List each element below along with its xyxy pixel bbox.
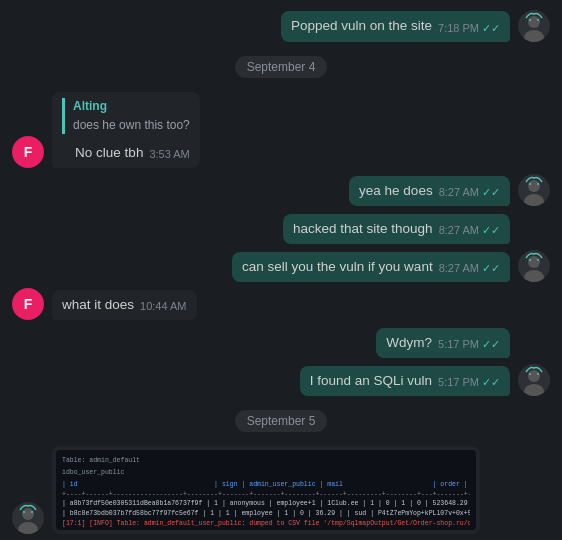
svg-point-8	[529, 183, 531, 185]
avatar	[518, 10, 550, 42]
message-bubble: Alting does he own this too? No clue tbh…	[52, 92, 200, 168]
message-bubble: Popped vuln on the site 7:18 PM ✓✓	[281, 11, 510, 42]
avatar: F	[12, 288, 44, 320]
message-group: hacked that site though 8:27 AM ✓✓	[283, 214, 510, 245]
avatar	[518, 364, 550, 396]
message-time: 8:27 AM	[439, 185, 479, 200]
date-separator: September 4	[0, 46, 562, 88]
message-group: what it does 10:44 AM	[52, 290, 197, 321]
message-text: yea he does	[359, 182, 433, 201]
message-text: hacked that site though	[293, 220, 433, 239]
message-meta: 7:18 PM ✓✓	[438, 21, 500, 36]
message-row: F what it does 10:44 AM	[0, 286, 562, 322]
message-row: Popped vuln on the site 7:18 PM ✓✓	[0, 8, 562, 44]
message-meta: 5:17 PM ✓✓	[438, 337, 500, 352]
message-bubble: what it does 10:44 AM	[52, 290, 197, 321]
message-group: Wdym? 5:17 PM ✓✓	[376, 328, 510, 359]
message-time: 8:27 AM	[439, 223, 479, 238]
message-row: can sell you the vuln if you want 8:27 A…	[0, 248, 562, 284]
message-group: yea he does 8:27 AM ✓✓	[349, 176, 510, 207]
chat-container: Popped vuln on the site 7:18 PM ✓✓ Septe…	[0, 0, 562, 540]
avatar	[518, 250, 550, 282]
svg-point-11	[528, 256, 540, 268]
message-time: 7:18 PM	[438, 21, 479, 36]
svg-point-21	[22, 508, 34, 520]
message-meta: 8:27 AM ✓✓	[439, 261, 500, 276]
svg-point-23	[23, 511, 25, 513]
double-check-icon: ✓✓	[482, 261, 500, 276]
message-text: No clue tbh	[75, 144, 143, 163]
avatar: F	[12, 136, 44, 168]
quote-author: Alting	[73, 98, 190, 115]
message-meta: 5:17 PM ✓✓	[438, 375, 500, 390]
svg-point-24	[31, 511, 33, 513]
message-meta: 10:44 AM	[140, 299, 186, 314]
terminal-image-bubble: Table: admin_default idbo_user_public | …	[52, 446, 480, 534]
terminal-line: [17:1] [INFO] Table: admin_default_user_…	[62, 519, 470, 529]
message-row: F Alting does he own this too? No clue t…	[0, 90, 562, 170]
message-bubble: I found an SQLi vuln 5:17 PM ✓✓	[300, 366, 510, 397]
svg-point-19	[537, 373, 539, 375]
svg-point-1	[528, 16, 540, 28]
svg-point-16	[528, 370, 540, 382]
terminal-line: | a8b73fdf50e0305311dBea8b1a76737f9f | 1…	[62, 499, 470, 509]
terminal-output: Table: admin_default idbo_user_public | …	[56, 450, 476, 530]
svg-point-4	[537, 19, 539, 21]
message-time: 10:44 AM	[140, 299, 186, 314]
quote-text: does he own this too?	[73, 117, 190, 134]
date-badge: September 5	[235, 410, 328, 432]
terminal-line: Table: admin_default	[62, 456, 470, 466]
double-check-icon: ✓✓	[482, 223, 500, 238]
message-meta: 8:27 AM ✓✓	[439, 223, 500, 238]
double-check-icon: ✓✓	[482, 185, 500, 200]
message-bubble: hacked that site though 8:27 AM ✓✓	[283, 214, 510, 245]
avatar-spacer	[518, 326, 550, 358]
message-row: Table: admin_default idbo_user_public | …	[0, 444, 562, 536]
message-time: 5:17 PM	[438, 375, 479, 390]
double-check-icon: ✓✓	[482, 375, 500, 390]
double-check-icon: ✓✓	[482, 337, 500, 352]
terminal-line: | b8c8e73bdb037b7fd58bc77f97fc5e67f | 1 …	[62, 509, 470, 519]
message-bubble: Wdym? 5:17 PM ✓✓	[376, 328, 510, 359]
message-time: 3:53 AM	[149, 147, 189, 162]
message-row: I found an SQLi vuln 5:17 PM ✓✓	[0, 362, 562, 398]
message-text: Popped vuln on the site	[291, 17, 432, 36]
avatar	[518, 174, 550, 206]
terminal-line: +----+------+------------------+--------…	[62, 490, 470, 500]
quote-block: Alting does he own this too?	[62, 98, 190, 134]
svg-point-13	[529, 259, 531, 261]
message-text: I found an SQLi vuln	[310, 372, 432, 391]
message-text: Wdym?	[386, 334, 432, 353]
message-text: what it does	[62, 296, 134, 315]
message-time: 5:17 PM	[438, 337, 479, 352]
message-group: I found an SQLi vuln 5:17 PM ✓✓	[300, 366, 510, 397]
svg-point-6	[528, 180, 540, 192]
message-text: can sell you the vuln if you want	[242, 258, 433, 277]
message-row: hacked that site though 8:27 AM ✓✓	[0, 210, 562, 246]
message-group: Alting does he own this too? No clue tbh…	[52, 92, 200, 168]
svg-point-14	[537, 259, 539, 261]
terminal-line: idbo_user_public	[62, 468, 470, 478]
message-meta: 8:27 AM ✓✓	[439, 185, 500, 200]
avatar-spacer	[518, 212, 550, 244]
message-bubble: yea he does 8:27 AM ✓✓	[349, 176, 510, 207]
message-bubble: can sell you the vuln if you want 8:27 A…	[232, 252, 510, 283]
message-meta: 3:53 AM	[149, 147, 189, 162]
double-check-icon: ✓✓	[482, 21, 500, 36]
svg-point-9	[537, 183, 539, 185]
message-group: can sell you the vuln if you want 8:27 A…	[232, 252, 510, 283]
svg-point-3	[529, 19, 531, 21]
svg-point-18	[529, 373, 531, 375]
message-row: yea he does 8:27 AM ✓✓	[0, 172, 562, 208]
message-group: Popped vuln on the site 7:18 PM ✓✓	[281, 11, 510, 42]
message-time: 8:27 AM	[439, 261, 479, 276]
date-badge: September 4	[235, 56, 328, 78]
date-separator: September 5	[0, 400, 562, 442]
avatar	[12, 502, 44, 534]
terminal-line: | id | sign | admin_user_public | mail |…	[62, 480, 470, 490]
message-row: Wdym? 5:17 PM ✓✓	[0, 324, 562, 360]
